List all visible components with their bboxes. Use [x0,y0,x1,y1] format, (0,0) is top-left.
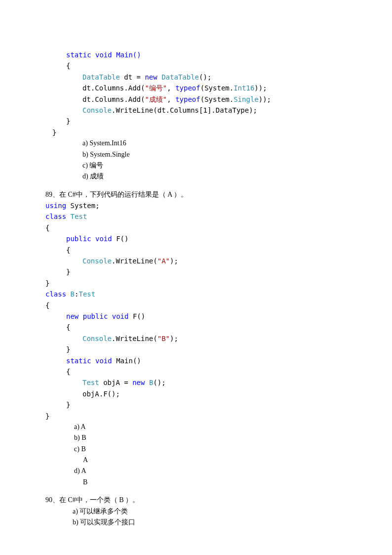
code-line: Test objA = new B(); [45,377,347,388]
code-line: dt.Columns.Add("成绩", typeof(System.Singl… [45,94,347,105]
keyword: typeof [175,95,200,103]
code-text: ); [170,257,178,265]
code-text: .WriteLine( [112,335,157,342]
code-text: , [167,84,175,92]
q88-code-block: static void Main() { DataTable dt = new … [45,49,347,138]
option-b: b) 可以实现多个接口 [45,517,347,528]
q89-code-block: using System; class Test { public void F… [45,200,347,422]
code-line: } [45,116,347,127]
code-text [78,312,82,320]
keyword: typeof [175,84,200,92]
keyword: void [112,312,129,320]
code-text: (System. [200,95,234,103]
code-line: { [45,300,347,311]
option-b: b) System.Single [45,149,347,160]
code-line: { [45,322,347,333]
code-line: } [45,278,347,289]
code-text [66,213,70,220]
code-text [91,357,95,365]
code-text: dt = [120,73,145,81]
code-line: { [45,366,347,377]
keyword: class [45,213,66,220]
keyword: static void Main() [66,51,141,59]
keyword: new [132,379,145,386]
option-a: a) A [45,422,347,432]
code-text: (); [199,73,211,81]
q89-options: a) A b) B c) B A d) A B [45,422,347,488]
code-text: , [167,95,175,103]
code-text: (System. [200,84,234,92]
code-text [108,312,112,320]
code-line: dt.Columns.Add("编号", typeof(System.Int16… [45,83,347,93]
code-text [145,379,149,386]
code-line: static void Main() [45,355,347,366]
class-name: B [71,290,75,298]
code-line: DataTable dt = new DataTable(); [45,72,347,83]
keyword: using [45,202,66,210]
code-line: class B:Test [45,289,347,299]
code-text [91,235,95,243]
code-text: dt.Columns.Add( [82,95,145,103]
class-name: Test [78,290,95,298]
code-text: objA = [99,379,132,386]
keyword: public [66,235,91,243]
code-line: { [45,222,347,233]
code-line: } [45,127,347,138]
code-text [157,73,161,81]
keyword: public [83,312,108,320]
code-text: .WriteLine( [112,257,157,265]
keyword: void [95,357,112,365]
keyword: new [66,312,78,320]
code-text: Main() [112,357,141,365]
code-text: .WriteLine(dt.Columns[1].DataType); [112,106,257,114]
code-text: )); [259,95,271,103]
code-text: F() [112,235,129,243]
option-b: b) B [45,432,347,443]
code-line: { [45,60,347,71]
class-name: Console [82,257,112,265]
code-line: static void Main() [45,49,347,60]
string-literal: "A" [157,257,170,265]
code-line: new public void F() [45,311,347,322]
class-name: Test [82,379,99,386]
class-name: Single [234,95,259,103]
class-name: DataTable [82,73,120,81]
option-c: c) 编号 [45,160,347,171]
code-line: Console.WriteLine("B"); [45,333,347,344]
code-text: ); [170,335,178,342]
code-text: System; [66,202,99,210]
code-line: } [45,266,347,277]
keyword: class [45,290,66,298]
code-line: } [45,399,347,410]
code-line: objA.F(); [45,388,347,399]
code-text [66,290,70,298]
q88-options: a) System.Int16 b) System.Single c) 编号 d… [45,138,347,182]
code-text: (); [153,379,165,386]
class-name: Int16 [234,84,254,92]
keyword: static [66,357,91,365]
class-name: DataTable [161,73,199,81]
string-literal: "编号" [145,84,167,92]
code-text: )); [254,84,267,92]
code-line: } [45,411,347,422]
class-name: Console [82,106,112,114]
keyword: new [145,73,157,81]
class-name: Console [82,335,112,342]
class-name: Test [71,213,87,220]
keyword: void [95,235,112,243]
code-line: Console.WriteLine(dt.Columns[1].DataType… [45,105,347,116]
code-line: public void F() [45,233,347,244]
q89-prompt: 89、在 C#中，下列代码的运行结果是（ A ）。 [45,189,347,200]
option-c: c) B [45,444,347,455]
q90-prompt: 90、在 C#中，一个类（ B ）。 [45,495,347,506]
code-text: dt.Columns.Add( [82,84,145,92]
option-d: d) 成绩 [45,171,347,182]
option-c-line2: A [45,455,347,466]
code-line: { [45,245,347,256]
option-a: a) 可以继承多个类 [45,506,347,517]
q90-options: a) 可以继承多个类 b) 可以实现多个接口 [45,506,347,528]
code-line: Console.WriteLine("A"); [45,256,347,266]
string-literal: "成绩" [145,95,167,103]
option-a: a) System.Int16 [45,138,347,149]
code-line: using System; [45,200,347,211]
